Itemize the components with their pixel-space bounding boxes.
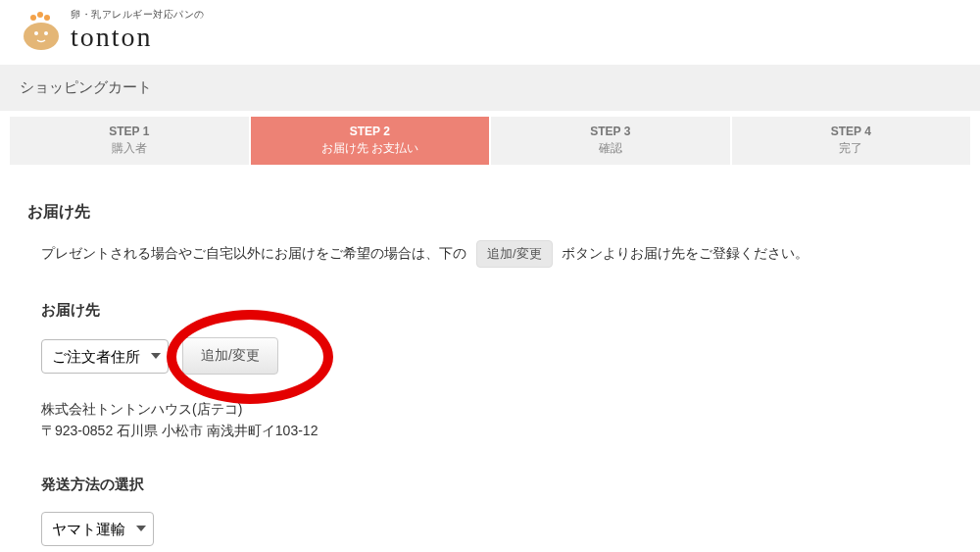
delivery-subheading: お届け先 bbox=[41, 301, 953, 320]
address-controls-row: ご注文者住所 追加/変更 bbox=[41, 337, 953, 375]
svg-point-3 bbox=[44, 15, 50, 21]
address-line: 〒923-0852 石川県 小松市 南浅井町イ103-12 bbox=[41, 420, 953, 441]
instruction-badge: 追加/変更 bbox=[476, 240, 553, 268]
instruction-suffix: ボタンよりお届け先をご登録ください。 bbox=[562, 245, 808, 261]
step-sub: 完了 bbox=[732, 140, 971, 157]
step-3: STEP 3 確認 bbox=[489, 117, 730, 165]
delivery-heading: お届け先 bbox=[27, 202, 953, 223]
header: 卵・乳アレルギー対応パンの tonton bbox=[0, 0, 980, 61]
page-title-bar: ショッピングカート bbox=[0, 65, 980, 111]
delivery-instruction: プレゼントされる場合やご自宅以外にお届けをご希望の場合は、下の 追加/変更 ボタ… bbox=[41, 240, 953, 268]
step-title: STEP 4 bbox=[732, 125, 971, 138]
progress-steps: STEP 1 購入者 STEP 2 お届け先 お支払い STEP 3 確認 ST… bbox=[10, 117, 970, 165]
main-content: お届け先 プレゼントされる場合やご自宅以外にお届けをご希望の場合は、下の 追加/… bbox=[0, 165, 980, 552]
shipping-heading: 発送方法の選択 bbox=[41, 476, 953, 494]
delivery-address-text: 株式会社トントンハウス(店テコ) 〒923-0852 石川県 小松市 南浅井町イ… bbox=[41, 398, 953, 442]
add-change-button[interactable]: 追加/変更 bbox=[182, 337, 278, 375]
page-title: ショッピングカート bbox=[20, 78, 152, 95]
step-sub: 確認 bbox=[491, 140, 730, 157]
shipping-select-wrap: ヤマト運輸 bbox=[41, 512, 154, 546]
address-name: 株式会社トントンハウス(店テコ) bbox=[41, 398, 953, 420]
svg-point-1 bbox=[30, 15, 36, 21]
shipping-method-select[interactable]: ヤマト運輸 bbox=[41, 512, 154, 546]
brand-text: 卵・乳アレルギー対応パンの tonton bbox=[71, 8, 205, 53]
instruction-prefix: プレゼントされる場合やご自宅以外にお届けをご希望の場合は、下の bbox=[41, 245, 466, 261]
step-sub: お届け先 お支払い bbox=[251, 140, 490, 157]
step-4: STEP 4 完了 bbox=[730, 117, 971, 165]
step-title: STEP 2 bbox=[251, 125, 490, 138]
svg-point-4 bbox=[34, 31, 38, 35]
address-select-wrap: ご注文者住所 bbox=[41, 339, 169, 374]
logo-icon bbox=[20, 10, 63, 51]
step-2: STEP 2 お届け先 お支払い bbox=[249, 117, 490, 165]
svg-point-5 bbox=[44, 31, 48, 35]
step-title: STEP 3 bbox=[491, 125, 730, 138]
svg-point-0 bbox=[24, 23, 59, 50]
svg-point-2 bbox=[37, 12, 43, 18]
delivery-address-select[interactable]: ご注文者住所 bbox=[41, 339, 169, 374]
step-1: STEP 1 購入者 bbox=[10, 117, 249, 165]
step-title: STEP 1 bbox=[10, 125, 249, 138]
brand-name: tonton bbox=[71, 22, 205, 53]
shipping-row: ヤマト運輸 bbox=[41, 512, 953, 546]
brand-tagline: 卵・乳アレルギー対応パンの bbox=[71, 8, 205, 22]
step-sub: 購入者 bbox=[10, 140, 249, 157]
